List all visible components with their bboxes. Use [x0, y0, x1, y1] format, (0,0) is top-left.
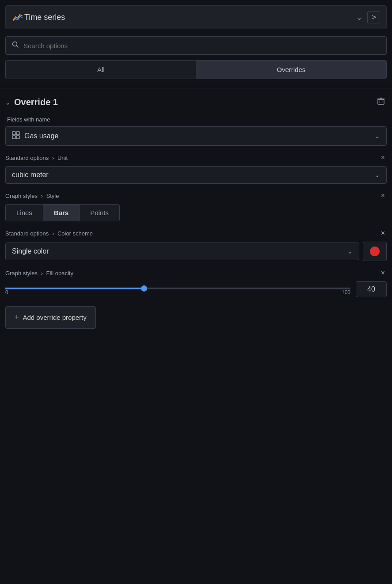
style-points-btn[interactable]: Points: [80, 205, 119, 221]
fill-opacity-input[interactable]: [356, 281, 387, 297]
override-delete-btn[interactable]: [375, 95, 387, 109]
field-select-chevron-icon: ⌄: [375, 133, 380, 140]
search-container: [5, 36, 387, 55]
color-scheme-value: Single color: [12, 247, 347, 255]
search-input[interactable]: [23, 42, 380, 49]
svg-rect-10: [12, 136, 15, 139]
search-icon: [12, 41, 19, 50]
property-unit: Standard options › Unit × cubic meter ⌄: [5, 153, 387, 184]
all-tab[interactable]: All: [6, 61, 196, 79]
property-color-scheme-header: Standard options › Color scheme ×: [5, 228, 387, 238]
fill-opacity-slider-container: 0 100: [5, 283, 350, 296]
color-scheme-row: Single color ⌄: [5, 242, 387, 261]
color-scheme-chevron-icon: ⌄: [347, 248, 353, 255]
fill-opacity-slider[interactable]: [5, 288, 350, 289]
property-fill-opacity-label: Graph styles › Fill opacity: [5, 270, 379, 277]
field-value: Gas usage: [24, 132, 375, 140]
style-lines-btn[interactable]: Lines: [6, 205, 43, 221]
property-unit-close-btn[interactable]: ×: [379, 153, 387, 163]
time-series-icon: [12, 11, 24, 23]
add-override-label: Add override property: [23, 314, 87, 321]
svg-rect-8: [12, 132, 15, 135]
override-header: ⌄ Override 1: [5, 95, 387, 109]
slider-labels: 0 100: [5, 289, 350, 296]
slider-row: 0 100: [5, 281, 387, 297]
property-graph-style-label: Graph styles › Style: [5, 193, 379, 199]
override-section: ⌄ Override 1 Fields with name: [0, 95, 392, 297]
property-graph-style: Graph styles › Style × Lines Bars Points: [5, 191, 387, 221]
panel-title: Time series: [24, 13, 356, 22]
color-swatch-btn[interactable]: [363, 242, 387, 261]
svg-rect-9: [16, 132, 19, 135]
style-toggle: Lines Bars Points: [5, 204, 120, 221]
add-override-btn[interactable]: + Add override property: [5, 306, 96, 329]
svg-line-2: [17, 46, 19, 48]
view-toggle: All Overrides: [5, 60, 387, 79]
add-icon: +: [15, 313, 19, 322]
property-unit-name: Unit: [57, 155, 68, 161]
slider-min-label: 0: [5, 289, 8, 296]
property-unit-section: Standard options: [5, 155, 49, 161]
unit-dropdown[interactable]: cubic meter ⌄: [5, 166, 387, 184]
property-fill-opacity-section: Graph styles: [5, 270, 38, 277]
unit-dropdown-chevron-icon: ⌄: [375, 171, 380, 178]
property-unit-label: Standard options › Unit: [5, 155, 379, 161]
style-bars-btn[interactable]: Bars: [43, 205, 80, 221]
header-arrow-btn[interactable]: >: [367, 11, 380, 23]
svg-rect-11: [16, 136, 19, 139]
property-color-scheme-name: Color scheme: [57, 230, 93, 237]
property-color-scheme-close-btn[interactable]: ×: [379, 228, 387, 238]
property-graph-style-header: Graph styles › Style ×: [5, 191, 387, 201]
property-color-scheme: Standard options › Color scheme × Single…: [5, 228, 387, 261]
property-fill-opacity-name: Fill opacity: [46, 270, 73, 277]
override-collapse-btn[interactable]: ⌄: [5, 99, 11, 106]
color-scheme-dropdown[interactable]: Single color ⌄: [5, 243, 359, 260]
property-fill-opacity: Graph styles › Fill opacity × 0 100: [5, 268, 387, 297]
unit-value: cubic meter: [12, 171, 375, 179]
field-select[interactable]: Gas usage ⌄: [5, 126, 387, 146]
overrides-tab[interactable]: Overrides: [196, 61, 387, 79]
fields-label: Fields with name: [5, 116, 387, 123]
property-graph-style-section: Graph styles: [5, 193, 38, 199]
property-graph-style-name: Style: [46, 193, 59, 199]
property-color-scheme-label: Standard options › Color scheme: [5, 230, 379, 237]
header-bar: Time series ⌄ >: [5, 5, 387, 29]
property-unit-arrow: ›: [52, 155, 56, 161]
property-fill-opacity-header: Graph styles › Fill opacity ×: [5, 268, 387, 278]
grid-icon: [12, 131, 20, 141]
search-box: [5, 36, 387, 55]
color-circle: [370, 246, 380, 256]
svg-rect-3: [378, 99, 384, 104]
property-color-scheme-arrow: ›: [52, 230, 56, 237]
property-color-scheme-section: Standard options: [5, 230, 49, 237]
property-unit-header: Standard options › Unit ×: [5, 153, 387, 163]
property-fill-opacity-close-btn[interactable]: ×: [379, 268, 387, 278]
property-graph-style-arrow: ›: [41, 193, 45, 199]
property-fill-opacity-arrow: ›: [41, 270, 45, 277]
panel: Time series ⌄ > All Overrides ⌄ Override…: [0, 5, 392, 329]
override-title: Override 1: [14, 97, 375, 107]
property-graph-style-close-btn[interactable]: ×: [379, 191, 387, 201]
slider-max-label: 100: [342, 289, 350, 296]
divider: [0, 88, 392, 88]
header-chevron-icon[interactable]: ⌄: [356, 13, 362, 22]
